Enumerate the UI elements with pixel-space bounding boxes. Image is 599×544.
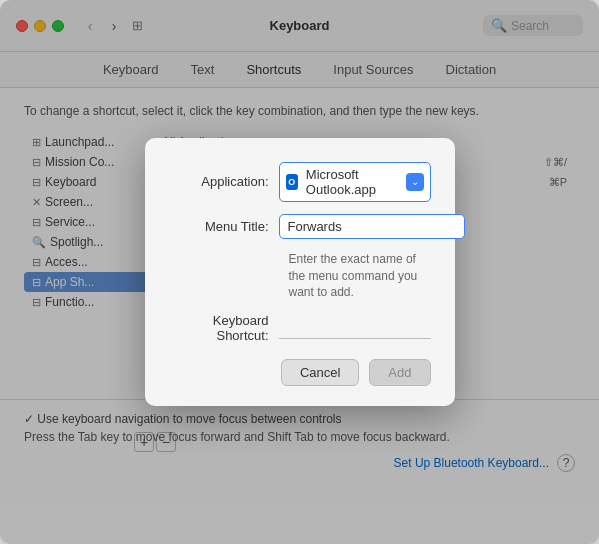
modal-buttons: Cancel Add — [169, 359, 431, 386]
application-select-wrapper: O Microsoft Outlook.app ⌄ — [279, 162, 431, 202]
add-button[interactable]: Add — [369, 359, 430, 386]
menu-title-label: Menu Title: — [169, 219, 279, 234]
select-arrow-icon: ⌄ — [406, 173, 424, 191]
menu-title-row: Menu Title: — [169, 214, 431, 239]
keyboard-shortcut-row: Keyboard Shortcut: — [169, 313, 431, 343]
shortcut-input[interactable] — [279, 317, 431, 339]
keyboard-shortcut-label: Keyboard Shortcut: — [169, 313, 279, 343]
modal-hint: Enter the exact name of the menu command… — [289, 251, 431, 301]
cancel-button[interactable]: Cancel — [281, 359, 359, 386]
application-value: Microsoft Outlook.app — [306, 167, 404, 197]
modal-overlay: Application: O Microsoft Outlook.app ⌄ M… — [0, 0, 599, 544]
menu-title-input[interactable] — [279, 214, 465, 239]
application-label: Application: — [169, 174, 279, 189]
application-row: Application: O Microsoft Outlook.app ⌄ — [169, 162, 431, 202]
outlook-icon: O — [286, 174, 298, 190]
add-shortcut-modal: Application: O Microsoft Outlook.app ⌄ M… — [145, 138, 455, 406]
keyboard-window: ‹ › ⊞ Keyboard 🔍 Search Keyboard Text Sh… — [0, 0, 599, 544]
application-select[interactable]: O Microsoft Outlook.app ⌄ — [279, 162, 431, 202]
